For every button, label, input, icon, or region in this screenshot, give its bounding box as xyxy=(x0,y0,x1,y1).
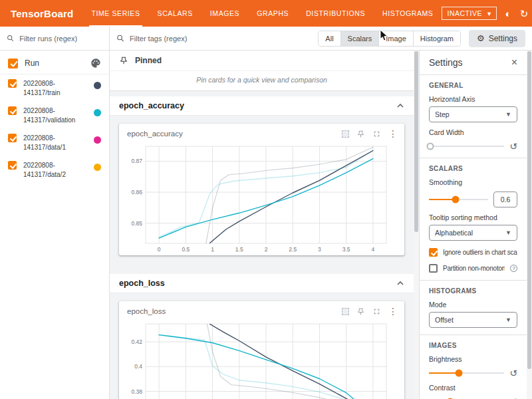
smoothing-label: Smoothing xyxy=(429,178,517,186)
settings-scrollbar[interactable] xyxy=(527,51,532,399)
close-icon[interactable]: × xyxy=(511,57,517,68)
svg-text:0.85: 0.85 xyxy=(131,220,142,227)
contrast-label: Contrast xyxy=(429,384,517,392)
slider-thumb[interactable] xyxy=(427,143,434,150)
chip-image[interactable]: Image xyxy=(379,31,414,46)
run-color-dot[interactable] xyxy=(94,109,101,116)
brightness-slider[interactable] xyxy=(429,368,504,378)
run-checkbox[interactable] xyxy=(8,79,17,88)
svg-text:0.5: 0.5 xyxy=(182,246,190,253)
partition-x-label: Partition non-monotonic X axis xyxy=(443,265,505,272)
reset-card-width-icon[interactable]: ↺ xyxy=(509,142,517,151)
fullscreen-icon[interactable] xyxy=(372,130,381,138)
run-checkbox[interactable] xyxy=(8,134,17,142)
run-checkbox[interactable] xyxy=(8,161,17,170)
run-master-checkbox[interactable] xyxy=(8,59,18,68)
svg-text:0.86: 0.86 xyxy=(131,189,142,196)
epoch-accuracy-chart[interactable]: 00.511.522.533.540.850.860.87 xyxy=(123,141,392,255)
partition-x-checkbox[interactable] xyxy=(429,264,438,273)
chip-histogram[interactable]: Histogram xyxy=(414,31,460,46)
pin-icon[interactable] xyxy=(356,130,365,138)
smoothing-slider[interactable] xyxy=(429,195,488,204)
smoothing-value-input[interactable] xyxy=(493,192,517,207)
ignore-outliers-label: Ignore outliers in chart scaling xyxy=(443,249,517,256)
topbar-actions: INACTIVE ▾ ◐ ↻ ⚙ ? xyxy=(442,0,532,27)
refresh-icon[interactable]: ↻ xyxy=(520,9,529,19)
more-options-icon[interactable]: ⋮ xyxy=(388,307,398,316)
fullscreen-icon[interactable] xyxy=(372,307,381,316)
run-name: 20220808-141317/train xyxy=(23,79,87,97)
run-list-header: Run xyxy=(0,51,109,74)
data-status-dropdown[interactable]: INACTIVE ▾ xyxy=(442,7,496,20)
more-options-icon[interactable]: ⋮ xyxy=(388,129,398,138)
epoch-loss-chart[interactable]: 00.511.522.533.540.360.380.40.42 xyxy=(123,319,392,399)
reset-brightness-icon[interactable]: ↺ xyxy=(509,368,517,378)
card-zone: epoch_loss ⋮ 00.511.522.533.540.360.380.… xyxy=(110,293,414,399)
tensorboard-app: TensorBoard TIME SERIES SCALARS IMAGES G… xyxy=(0,0,532,399)
gear-icon: ⚙ xyxy=(477,34,485,43)
section-header-epoch-loss[interactable]: epoch_loss xyxy=(110,274,414,293)
top-nav: TIME SERIES SCALARS IMAGES GRAPHS DISTRI… xyxy=(82,0,442,27)
chip-all[interactable]: All xyxy=(319,31,340,46)
scalar-card-epoch-loss: epoch_loss ⋮ 00.511.522.533.540.360.380.… xyxy=(119,301,404,399)
run-row-data-1[interactable]: 20220808-141317/data/1 xyxy=(0,129,109,156)
scalar-card-epoch-accuracy: epoch_accuracy ⋮ 00.511.522.533.540.850.… xyxy=(119,124,404,255)
ignore-outliers-checkbox[interactable] xyxy=(429,248,438,257)
card-actions: ⋮ xyxy=(342,129,398,138)
tab-graphs[interactable]: GRAPHS xyxy=(248,0,297,27)
run-color-dot[interactable] xyxy=(94,164,101,171)
pinned-section: Pinned Pin cards for a quick view and co… xyxy=(110,51,414,91)
tab-scalars[interactable]: SCALARS xyxy=(149,0,201,27)
histogram-mode-select[interactable]: Offset ▼ xyxy=(429,312,517,328)
chevron-down-icon: ▼ xyxy=(505,111,511,118)
chevron-up-icon[interactable] xyxy=(396,279,404,287)
horizontal-axis-label: Horizontal Axis xyxy=(429,95,517,103)
fit-domain-icon[interactable] xyxy=(342,308,349,315)
settings-panel-title: Settings xyxy=(429,57,463,68)
svg-text:0.4: 0.4 xyxy=(134,363,142,370)
main-scrollbar[interactable] xyxy=(414,51,419,399)
card-width-slider[interactable] xyxy=(429,142,504,151)
divider xyxy=(420,280,527,281)
chevron-down-icon: ▼ xyxy=(505,229,511,236)
scrollbar-thumb[interactable] xyxy=(414,51,418,232)
scrollbar-thumb[interactable] xyxy=(527,51,531,369)
tab-histograms[interactable]: HISTOGRAMS xyxy=(374,0,442,27)
run-row-data-2[interactable]: 20220808-141317/data/2 xyxy=(0,156,109,184)
tab-images[interactable]: IMAGES xyxy=(201,0,248,27)
histogram-mode-label: Mode xyxy=(429,301,517,309)
divider xyxy=(420,74,527,75)
tooltip-sorting-select[interactable]: Alphabetical ▼ xyxy=(429,225,517,241)
run-color-dot[interactable] xyxy=(94,82,101,89)
pin-icon[interactable] xyxy=(356,307,365,316)
chevron-down-icon: ▼ xyxy=(505,317,511,323)
run-checkbox[interactable] xyxy=(8,106,17,115)
run-row-train[interactable]: 20220808-141317/train xyxy=(0,74,109,102)
histograms-heading: HISTOGRAMS xyxy=(429,287,517,295)
help-icon[interactable]: ? xyxy=(510,265,517,272)
slider-thumb[interactable] xyxy=(452,196,460,203)
horizontal-axis-select[interactable]: Step ▼ xyxy=(429,106,517,122)
general-heading: GENERAL xyxy=(429,82,517,89)
tab-distributions[interactable]: DISTRIBUTIONS xyxy=(297,0,374,27)
images-heading: IMAGES xyxy=(429,342,517,349)
slider-thumb[interactable] xyxy=(456,370,463,377)
palette-icon[interactable] xyxy=(90,58,101,68)
svg-text:1.5: 1.5 xyxy=(235,246,243,253)
fit-domain-icon[interactable] xyxy=(342,130,349,138)
ignore-outliers-row: Ignore outliers in chart scaling xyxy=(429,248,517,257)
run-row-validation[interactable]: 20220808-141317/validation xyxy=(0,102,109,129)
settings-button[interactable]: ⚙ Settings xyxy=(469,30,525,47)
pin-icon xyxy=(119,56,128,65)
card-title: epoch_accuracy xyxy=(127,130,342,138)
chevron-up-icon[interactable] xyxy=(396,102,404,110)
section-header-epoch-accuracy[interactable]: epoch_accuracy xyxy=(110,96,414,116)
svg-text:3: 3 xyxy=(318,246,321,253)
run-color-dot[interactable] xyxy=(94,136,101,144)
chip-scalars[interactable]: Scalars xyxy=(341,31,380,46)
contrast-theme-icon[interactable]: ◐ xyxy=(505,9,511,19)
run-filter-input[interactable] xyxy=(19,35,102,43)
tag-filter-input[interactable] xyxy=(130,35,310,43)
svg-text:0.42: 0.42 xyxy=(131,338,142,345)
tab-time-series[interactable]: TIME SERIES xyxy=(82,0,148,27)
